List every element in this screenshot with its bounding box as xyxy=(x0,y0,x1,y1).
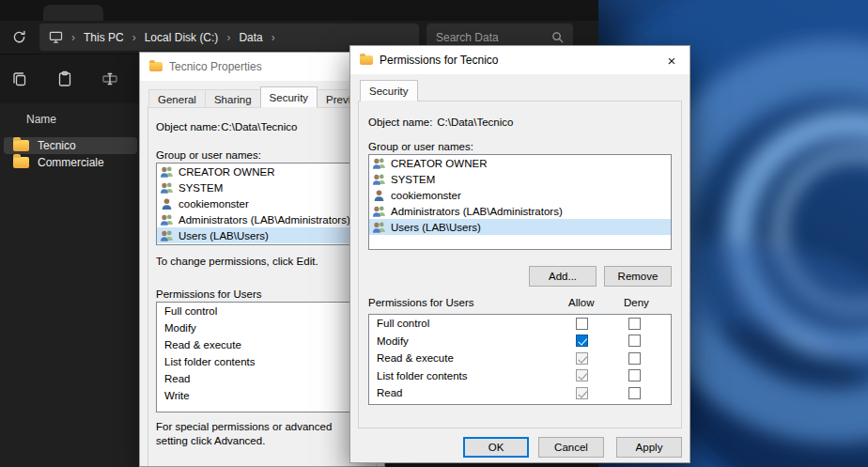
this-pc-icon xyxy=(49,31,63,43)
group-name: Users (LAB\Users) xyxy=(178,230,269,241)
permission-row: Full control xyxy=(369,315,671,333)
permission-name: List folder contents xyxy=(377,370,468,381)
deny-checkbox[interactable] xyxy=(628,387,641,399)
group-icon xyxy=(372,157,386,169)
allow-checkbox xyxy=(576,387,588,399)
breadcrumb-separator-icon: › xyxy=(71,31,75,44)
permissions-dialog: Permissions for Tecnico × Security Objec… xyxy=(349,45,690,463)
permissions-label: Permissions for Users xyxy=(368,297,473,308)
group-icon xyxy=(372,205,386,217)
breadcrumb-separator-icon: › xyxy=(226,31,230,44)
group-icon xyxy=(160,229,174,241)
edit-hint: To change permissions, click Edit. xyxy=(156,255,318,269)
allow-checkbox[interactable] xyxy=(576,318,588,330)
properties-security-page: Object name: C:\Data\Tecnico Group or us… xyxy=(147,107,377,466)
properties-dialog-titlebar: Tecnico Properties xyxy=(140,53,384,81)
permission-name: Modify xyxy=(377,335,409,347)
deny-checkbox[interactable] xyxy=(628,404,641,405)
group-list-item[interactable]: cookiemonster xyxy=(157,195,371,211)
permission-name: Read xyxy=(377,387,403,398)
deny-checkbox[interactable] xyxy=(628,335,641,347)
breadcrumb-separator-icon: › xyxy=(132,31,136,44)
object-name-row: Object name: C:\Data\Tecnico xyxy=(368,117,513,128)
object-name-label: Object name: xyxy=(156,121,218,132)
search-icon xyxy=(551,31,564,43)
permission-row: Modify xyxy=(369,333,671,350)
group-name: SYSTEM xyxy=(178,182,223,194)
allow-column-header: Allow xyxy=(568,297,594,308)
folder-icon xyxy=(13,140,29,151)
search-placeholder: Search Data xyxy=(436,31,499,44)
user-icon xyxy=(372,189,386,201)
refresh-button[interactable] xyxy=(6,24,32,51)
object-name-value: C:\Data\Tecnico xyxy=(437,117,513,128)
group-icon xyxy=(160,181,174,194)
group-list-item[interactable]: Users (LAB\Users) xyxy=(157,227,371,243)
tab-general[interactable]: General xyxy=(148,89,206,108)
permission-row: Read xyxy=(369,384,671,402)
folder-icon xyxy=(13,157,29,168)
group-list-item[interactable]: CREATOR OWNER xyxy=(369,155,671,171)
group-list-item[interactable]: SYSTEM xyxy=(157,179,371,195)
folder-icon xyxy=(360,55,373,65)
group-name: CREATOR OWNER xyxy=(391,158,487,169)
deny-checkbox[interactable] xyxy=(628,352,641,365)
properties-dialog: Tecnico Properties General Sharing Secur… xyxy=(139,52,385,467)
group-list-item[interactable]: Administrators (LAB\Administrators) xyxy=(157,211,371,227)
group-name: cookiemonster xyxy=(391,190,461,201)
object-name-value: C:\Data\Tecnico xyxy=(221,121,297,132)
group-name: Users (LAB\Users) xyxy=(391,222,481,233)
group-name: CREATOR OWNER xyxy=(178,166,274,178)
allow-checkbox xyxy=(576,369,588,381)
breadcrumb-data[interactable]: Data xyxy=(239,31,262,44)
permission-item: Read & execute xyxy=(157,336,371,353)
groups-listbox: CREATOR OWNER SYSTEM cookiemonster Admin… xyxy=(368,154,672,250)
file-row-commerciale[interactable]: Commerciale xyxy=(4,154,137,171)
paste-button[interactable] xyxy=(49,63,81,95)
permission-row: Write xyxy=(369,402,671,406)
group-list-item[interactable]: Administrators (LAB\Administrators) xyxy=(369,203,671,219)
breadcrumb-separator-icon: › xyxy=(271,31,275,44)
permission-item: List folder contents xyxy=(157,353,371,370)
add-button[interactable]: Add... xyxy=(529,266,597,287)
group-list-item[interactable]: cookiemonster xyxy=(369,187,671,203)
group-name: Administrators (LAB\Administrators) xyxy=(178,214,350,226)
groups-listbox: CREATOR OWNER SYSTEM cookiemonster Admin… xyxy=(156,163,372,245)
ok-button[interactable]: OK xyxy=(463,437,529,458)
allow-checkbox[interactable] xyxy=(576,335,588,347)
deny-column-header: Deny xyxy=(624,297,649,308)
groups-label: Group or user names: xyxy=(368,141,473,152)
tab-sharing[interactable]: Sharing xyxy=(205,89,261,108)
breadcrumb-this-pc[interactable]: This PC xyxy=(84,31,124,44)
explorer-tab-strip xyxy=(0,0,598,21)
permission-name: Full control xyxy=(377,318,429,329)
explorer-tab[interactable] xyxy=(43,5,103,21)
tab-security[interactable]: Security xyxy=(260,86,318,108)
group-list-item[interactable]: Users (LAB\Users) xyxy=(369,219,671,235)
cancel-button[interactable]: Cancel xyxy=(538,437,604,458)
copy-button[interactable] xyxy=(4,63,36,95)
close-button[interactable]: × xyxy=(654,46,690,74)
group-name: Administrators (LAB\Administrators) xyxy=(391,206,563,217)
permission-row: List folder contents xyxy=(369,367,671,385)
apply-button[interactable]: Apply xyxy=(616,437,682,458)
permissions-tabs: Security xyxy=(360,80,418,101)
allow-checkbox[interactable] xyxy=(576,404,588,405)
breadcrumb-local-disk-c[interactable]: Local Disk (C:) xyxy=(145,31,219,44)
permissions-security-page: Object name: C:\Data\Tecnico Group or us… xyxy=(358,101,682,428)
rename-button[interactable] xyxy=(94,63,126,95)
group-list-item[interactable]: SYSTEM xyxy=(369,171,671,187)
group-list-item[interactable]: CREATOR OWNER xyxy=(157,163,371,179)
permission-item: Full control xyxy=(157,303,371,319)
close-icon: × xyxy=(668,53,676,69)
object-name-label: Object name: xyxy=(368,117,434,128)
remove-button[interactable]: Remove xyxy=(604,266,672,287)
deny-checkbox[interactable] xyxy=(628,318,641,330)
object-name-row: Object name: C:\Data\Tecnico xyxy=(156,121,297,132)
permission-item: Read xyxy=(157,370,371,387)
deny-checkbox[interactable] xyxy=(628,369,641,381)
file-row-tecnico[interactable]: Tecnico xyxy=(4,137,137,154)
tab-security[interactable]: Security xyxy=(360,80,418,101)
permissions-label: Permissions for Users xyxy=(156,288,261,300)
permissions-listbox: Full control Modify Read & execute List … xyxy=(156,302,372,413)
